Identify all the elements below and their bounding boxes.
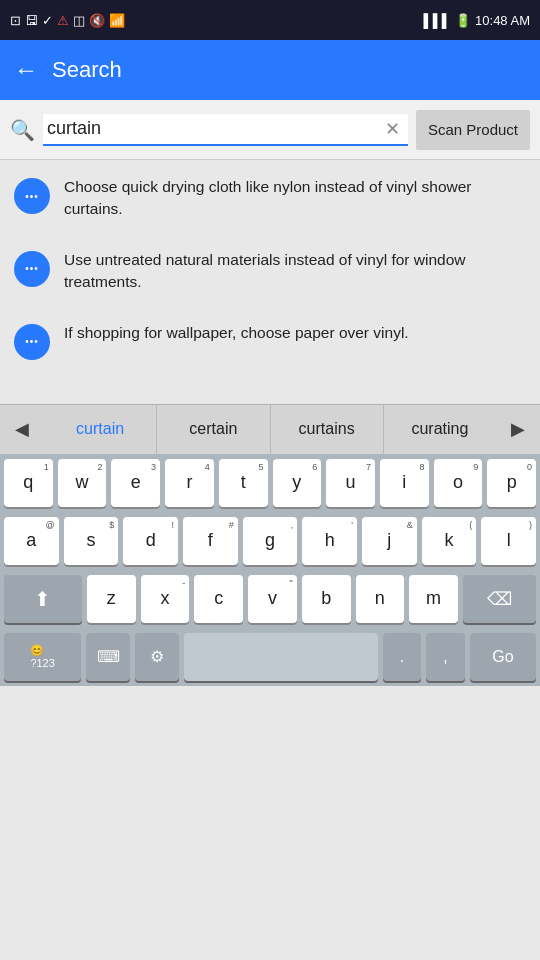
comma-key[interactable]: , bbox=[426, 633, 465, 681]
key-y[interactable]: 6y bbox=[273, 459, 322, 507]
keyboard-switch-key[interactable]: ⌨ bbox=[86, 633, 130, 681]
key-z[interactable]: z bbox=[87, 575, 136, 623]
key-n[interactable]: n bbox=[356, 575, 405, 623]
key-w[interactable]: 2w bbox=[58, 459, 107, 507]
back-button[interactable]: ← bbox=[14, 56, 38, 84]
settings-key[interactable]: ⚙ bbox=[135, 633, 179, 681]
keyboard-row-3: ⬆ z -x c "v b n m ⌫ bbox=[0, 570, 540, 628]
wifi-icon: 📶 bbox=[109, 13, 125, 28]
key-s[interactable]: $s bbox=[64, 517, 119, 565]
key-g[interactable]: ,g bbox=[243, 517, 298, 565]
key-f[interactable]: #f bbox=[183, 517, 238, 565]
key-i[interactable]: 8i bbox=[380, 459, 429, 507]
dot-icon-1 bbox=[14, 178, 50, 214]
backspace-key[interactable]: ⌫ bbox=[463, 575, 536, 623]
key-v[interactable]: "v bbox=[248, 575, 297, 623]
usb-icon: ⊡ bbox=[10, 13, 21, 28]
signal-icon: ▌▌▌ bbox=[423, 13, 451, 28]
search-icon: 🔍 bbox=[10, 118, 35, 142]
key-u[interactable]: 7u bbox=[326, 459, 375, 507]
go-key[interactable]: Go bbox=[470, 633, 536, 681]
space-key[interactable] bbox=[184, 633, 377, 681]
suggestion-text-3: If shopping for wallpaper, choose paper … bbox=[64, 322, 526, 344]
key-j[interactable]: &j bbox=[362, 517, 417, 565]
keyboard: 1q 2w 3e 4r 5t 6y 7u 8i 9o 0p @a $s !d #… bbox=[0, 454, 540, 686]
key-k[interactable]: (k bbox=[422, 517, 477, 565]
status-icons-left: ⊡ 🖫 ✓ ⚠ ◫ 🔇 📶 bbox=[10, 13, 125, 28]
suggestions-area: Choose quick drying cloth like nylon ins… bbox=[0, 160, 540, 404]
key-q[interactable]: 1q bbox=[4, 459, 53, 507]
search-bar: 🔍 ✕ Scan Product bbox=[0, 100, 540, 160]
suggestions-left-arrow[interactable]: ◀ bbox=[0, 404, 44, 454]
key-p[interactable]: 0p bbox=[487, 459, 536, 507]
keyboard-suggestions-row: ◀ curtain certain curtains curating ▶ bbox=[0, 404, 540, 454]
clear-button[interactable]: ✕ bbox=[381, 118, 404, 140]
key-d[interactable]: !d bbox=[123, 517, 178, 565]
keyboard-row-1: 1q 2w 3e 4r 5t 6y 7u 8i 9o 0p bbox=[0, 454, 540, 512]
warning-icon: ⚠ bbox=[57, 13, 69, 28]
dot-icon-3 bbox=[14, 324, 50, 360]
key-x[interactable]: -x bbox=[141, 575, 190, 623]
key-b[interactable]: b bbox=[302, 575, 351, 623]
sim-icon: 🖫 bbox=[25, 13, 38, 28]
key-o[interactable]: 9o bbox=[434, 459, 483, 507]
key-c[interactable]: c bbox=[194, 575, 243, 623]
period-key[interactable]: . bbox=[383, 633, 422, 681]
key-a[interactable]: @a bbox=[4, 517, 59, 565]
top-bar: ← Search bbox=[0, 40, 540, 100]
suggestions-list: curtain certain curtains curating bbox=[44, 405, 496, 454]
key-h[interactable]: 'h bbox=[302, 517, 357, 565]
suggestion-text-1: Choose quick drying cloth like nylon ins… bbox=[64, 176, 526, 221]
time-display: 10:48 AM bbox=[475, 13, 530, 28]
page-title: Search bbox=[52, 57, 122, 83]
nfc-icon: ◫ bbox=[73, 13, 85, 28]
status-bar: ⊡ 🖫 ✓ ⚠ ◫ 🔇 📶 ▌▌▌ 🔋 10:48 AM bbox=[0, 0, 540, 40]
scan-product-button[interactable]: Scan Product bbox=[416, 110, 530, 150]
status-icons-right: ▌▌▌ 🔋 10:48 AM bbox=[423, 13, 530, 28]
suggestions-right-arrow[interactable]: ▶ bbox=[496, 404, 540, 454]
keyboard-row-2: @a $s !d #f ,g 'h &j (k )l bbox=[0, 512, 540, 570]
search-input[interactable] bbox=[47, 118, 381, 139]
key-r[interactable]: 4r bbox=[165, 459, 214, 507]
suggestion-text-2: Use untreated natural materials instead … bbox=[64, 249, 526, 294]
suggestion-curating[interactable]: curating bbox=[383, 405, 496, 454]
key-e[interactable]: 3e bbox=[111, 459, 160, 507]
shift-key[interactable]: ⬆ bbox=[4, 575, 82, 623]
mute-icon: 🔇 bbox=[89, 13, 105, 28]
emoji-numeric-key[interactable]: 😊?123 bbox=[4, 633, 81, 681]
key-m[interactable]: m bbox=[409, 575, 458, 623]
key-l[interactable]: )l bbox=[481, 517, 536, 565]
suggestion-item-2: Use untreated natural materials instead … bbox=[14, 249, 526, 294]
keyboard-row-4: 😊?123 ⌨ ⚙ . , Go bbox=[0, 628, 540, 686]
battery-icon: 🔋 bbox=[455, 13, 471, 28]
search-input-wrapper: ✕ bbox=[43, 114, 408, 146]
dot-icon-2 bbox=[14, 251, 50, 287]
key-t[interactable]: 5t bbox=[219, 459, 268, 507]
check-icon: ✓ bbox=[42, 13, 53, 28]
suggestion-certain[interactable]: certain bbox=[156, 405, 269, 454]
suggestion-item-3: If shopping for wallpaper, choose paper … bbox=[14, 322, 526, 360]
suggestion-curtains[interactable]: curtains bbox=[270, 405, 383, 454]
suggestion-item-1: Choose quick drying cloth like nylon ins… bbox=[14, 176, 526, 221]
suggestion-curtain[interactable]: curtain bbox=[44, 405, 156, 454]
